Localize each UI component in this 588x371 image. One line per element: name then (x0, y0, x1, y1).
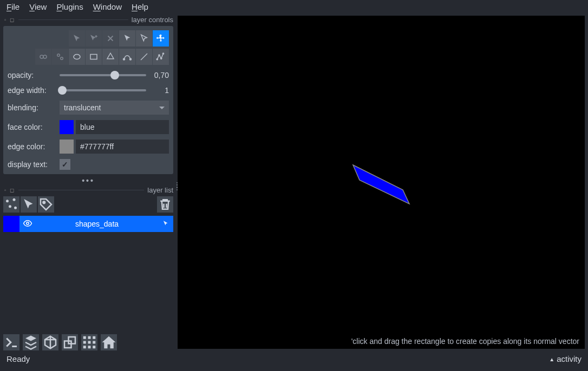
tool-select-arrow-icon[interactable] (69, 30, 85, 47)
status-ready: Ready (6, 354, 30, 363)
svg-point-0 (40, 55, 43, 58)
display-text-label: display text: (8, 160, 55, 169)
layer-list-item[interactable]: shapes_data (3, 216, 173, 232)
svg-point-16 (43, 201, 45, 203)
tool-direct-select-icon[interactable] (119, 30, 135, 47)
svg-point-12 (6, 200, 9, 202)
svg-rect-27 (83, 346, 86, 348)
menu-file[interactable]: File (6, 2, 19, 11)
menu-plugins[interactable]: Plugins (56, 2, 83, 11)
delete-layer-icon[interactable] (157, 196, 173, 213)
svg-rect-22 (88, 336, 91, 339)
svg-point-3 (61, 57, 63, 60)
visibility-icon[interactable] (19, 218, 36, 230)
svg-point-4 (74, 55, 80, 59)
svg-point-14 (9, 205, 11, 208)
new-labels-layer-icon[interactable] (38, 196, 54, 213)
svg-marker-18 (353, 165, 409, 204)
face-color-input[interactable]: blue (76, 120, 169, 134)
panel-header-layer-controls: ▫ ◻ layer controls (3, 16, 173, 24)
ndisplay-icon[interactable] (23, 334, 39, 350)
viewer-buttons (3, 334, 117, 350)
activity-toggle[interactable]: ▲activity (549, 354, 582, 363)
svg-point-8 (156, 58, 158, 59)
blending-label: blending: (8, 103, 55, 112)
status-bar: Ready ▲activity (0, 351, 588, 367)
menu-window[interactable]: Window (93, 2, 122, 11)
svg-point-17 (27, 222, 29, 224)
console-icon[interactable] (3, 334, 19, 350)
blending-select[interactable]: translucent (60, 101, 169, 115)
layer-type-icon (158, 220, 173, 229)
roll-dims-icon[interactable] (42, 334, 58, 350)
menubar: File View Plugins Window Help (0, 0, 588, 15)
opacity-slider[interactable] (60, 70, 146, 80)
edge-color-input[interactable]: #777777ff (76, 140, 169, 154)
panel-title: layer controls (132, 16, 173, 24)
svg-rect-23 (93, 336, 95, 339)
svg-point-2 (57, 54, 60, 57)
layer-name-label: shapes_data (36, 220, 158, 228)
face-color-label: face color: (8, 123, 55, 131)
panel-grip-icon[interactable]: ••• (3, 176, 173, 185)
edge-color-swatch[interactable] (60, 140, 74, 154)
svg-rect-28 (88, 346, 91, 348)
tool-ellipse-icon[interactable] (69, 49, 85, 65)
new-shapes-layer-icon[interactable] (21, 196, 37, 213)
svg-point-7 (130, 58, 132, 60)
svg-point-1 (43, 55, 47, 58)
tool-select-add-icon[interactable] (86, 30, 102, 47)
tool-line-icon[interactable] (136, 49, 152, 65)
layer-color-swatch (3, 216, 19, 232)
sidebar: ▫ ◻ layer controls (0, 15, 177, 351)
svg-rect-29 (93, 346, 95, 348)
tool-rectangle-icon[interactable] (86, 49, 102, 65)
tool-polygon-icon[interactable] (102, 49, 119, 65)
tool-lasso-icon[interactable] (136, 30, 152, 47)
edge-color-label: edge color: (8, 142, 55, 151)
transpose-dims-icon[interactable] (62, 334, 78, 350)
tool-move-icon[interactable] (153, 30, 169, 47)
svg-point-11 (162, 53, 164, 54)
svg-rect-21 (83, 336, 86, 339)
edge-width-value: 1 (151, 86, 169, 95)
svg-rect-25 (88, 341, 91, 344)
menu-view[interactable]: View (29, 2, 47, 11)
panel-title: layer list (147, 186, 173, 194)
tool-unlink-icon[interactable] (52, 49, 68, 65)
new-points-layer-icon[interactable] (3, 196, 19, 213)
panel-header-layer-list: ▫ ◻ layer list (3, 186, 173, 194)
svg-point-15 (14, 207, 17, 209)
edge-width-slider[interactable] (60, 85, 146, 95)
layer-controls-panel: opacity: 0,70 edge width: 1 blending: t (3, 26, 173, 174)
opacity-value: 0,70 (151, 71, 169, 80)
svg-point-13 (13, 198, 16, 201)
tool-link-icon[interactable] (35, 49, 51, 65)
svg-rect-5 (90, 55, 97, 59)
panel-float-icons[interactable]: ▫ ◻ (4, 187, 15, 193)
svg-point-9 (159, 55, 160, 56)
home-icon[interactable] (101, 334, 117, 350)
svg-rect-26 (93, 341, 95, 344)
viewport-hint-text: 'click and drag the rectangle to create … (351, 337, 579, 346)
tool-polyline-icon[interactable] (153, 49, 169, 65)
svg-point-6 (123, 58, 125, 60)
grid-icon[interactable] (81, 334, 97, 350)
canvas-viewport[interactable]: 'click and drag the rectangle to create … (178, 16, 585, 349)
display-text-checkbox[interactable]: ✓ (60, 159, 70, 170)
menu-help[interactable]: Help (132, 2, 148, 11)
svg-rect-24 (83, 341, 86, 344)
tool-path-icon[interactable] (119, 49, 135, 65)
shape-rectangle[interactable] (349, 161, 414, 209)
svg-point-10 (161, 58, 162, 59)
face-color-swatch[interactable] (60, 120, 74, 134)
opacity-label: opacity: (8, 71, 55, 80)
panel-float-icons[interactable]: ▫ ◻ (4, 17, 15, 23)
tool-select-remove-icon[interactable] (102, 30, 119, 47)
edge-width-label: edge width: (8, 86, 55, 95)
